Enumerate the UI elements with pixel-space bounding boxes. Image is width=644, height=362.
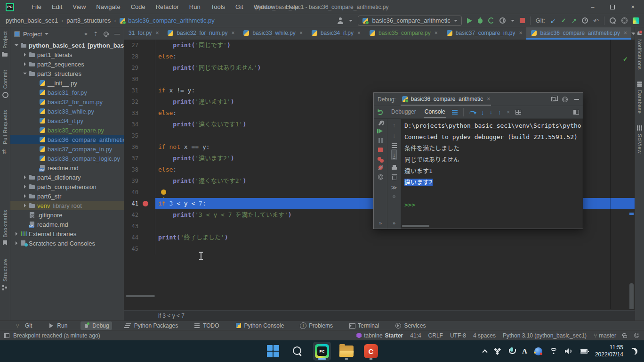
tree-row[interactable]: basic32_for_num.py — [10, 97, 124, 107]
rerun-icon[interactable] — [378, 110, 383, 115]
pause-program-icon[interactable] — [378, 138, 383, 143]
toolwindow-bar-item[interactable]: Run — [45, 321, 70, 330]
toolwindow-bar-item[interactable]: TODO — [191, 321, 222, 330]
toolwindow-stripe-item[interactable]: SciView — [636, 125, 643, 154]
toolwindow-bar-item[interactable]: Debug — [80, 321, 112, 330]
force-step-into-icon[interactable]: ↓ — [490, 110, 492, 115]
debug-gear-icon[interactable] — [378, 174, 383, 180]
caret-position[interactable]: 41:4 — [410, 332, 421, 339]
editor-gutter[interactable]: 40 — [124, 187, 155, 198]
tree-chevron-icon[interactable] — [22, 62, 28, 66]
run-configuration-select[interactable]: basic36_compare_arithmetic — [358, 16, 461, 26]
git-update-icon[interactable]: ↙ — [550, 17, 556, 24]
resume-program-icon[interactable] — [378, 129, 383, 133]
tree-row[interactable]: part6_str — [10, 191, 124, 201]
editor-tab[interactable]: basic37_compare_in.py × — [442, 27, 527, 40]
volume-icon[interactable] — [565, 348, 573, 354]
tree-chevron-icon[interactable] — [22, 185, 28, 189]
editor-gutter[interactable]: 39 — [124, 175, 155, 187]
tree-chevron-icon[interactable] — [13, 44, 20, 46]
code-text[interactable]: print('終了しました') — [155, 232, 635, 243]
step-out-icon[interactable]: ↑ — [498, 109, 501, 115]
toolwindow-stripe-item[interactable]: Database — [636, 81, 643, 114]
ide-features-trainer-icon[interactable] — [633, 17, 639, 24]
inspections-ok-icon[interactable]: ✓ — [623, 56, 628, 63]
editor-gutter[interactable]: 34 — [124, 119, 155, 130]
step-over-icon[interactable] — [469, 111, 475, 114]
tree-chevron-icon[interactable] — [22, 53, 28, 57]
code-text[interactable]: print('同じです') — [155, 40, 635, 51]
code-text[interactable] — [155, 243, 635, 255]
tree-row[interactable]: basic35_compare.py — [10, 125, 124, 135]
editor-tab[interactable]: basic32_for_num.py × — [163, 27, 239, 40]
view-as-table-icon[interactable] — [515, 110, 521, 115]
editor-gutter[interactable]: 41 — [124, 198, 155, 209]
more-actions-icon[interactable]: » — [379, 220, 382, 226]
project-settings-gear-icon[interactable] — [104, 32, 109, 37]
menu-item[interactable]: Navigate — [92, 2, 124, 12]
toolwindow-toggle-icon[interactable] — [4, 333, 9, 338]
console-hscrollbar-thumb[interactable] — [402, 225, 429, 227]
tree-chevron-icon[interactable] — [13, 241, 20, 245]
tree-row[interactable]: basic34_if.py — [10, 116, 124, 125]
toolwindow-bar-item[interactable]: Services — [392, 321, 428, 330]
tree-row[interactable]: .gitignore — [10, 210, 124, 220]
profiler-button[interactable] — [499, 17, 506, 24]
run-button[interactable] — [467, 18, 472, 24]
editor-tab[interactable]: 31_for.py × — [124, 27, 163, 40]
intention-bulb-icon[interactable] — [161, 189, 166, 195]
tree-row[interactable]: basic33_while.py — [10, 107, 124, 116]
code-text[interactable]: print('同じではありません') — [155, 62, 635, 74]
toolwindow-bar-item[interactable]: Python Packages — [122, 321, 181, 330]
debug-session-tab[interactable]: basic36_compare_arithmetic × — [401, 93, 491, 106]
editor-tab[interactable]: basic34_if.py × — [307, 27, 365, 40]
python-interpreter[interactable]: Python 3.10 (python_basic_sec1) — [503, 332, 587, 339]
menu-item[interactable]: Code — [127, 2, 150, 12]
taskbar-explorer-button[interactable] — [338, 342, 355, 361]
toolwindow-stripe-item[interactable]: Bookmarks — [2, 210, 8, 247]
tree-row[interactable]: venv library root — [10, 201, 124, 210]
history-icon[interactable] — [582, 17, 588, 24]
dropbox-icon[interactable] — [494, 348, 501, 354]
code-text[interactable]: else: — [155, 51, 635, 62]
collapse-all-icon[interactable]: ⇡ — [93, 31, 98, 37]
menu-item[interactable]: Edit — [48, 2, 66, 12]
debug-settings-gear-icon[interactable] — [562, 97, 568, 102]
git-branch-widget[interactable]: ⑂ master — [594, 332, 616, 339]
breadcrumb-file[interactable]: basic36_compare_arithmetic.py — [119, 17, 215, 24]
menu-item[interactable]: File — [27, 2, 46, 12]
git-commit-icon[interactable]: ✓ — [561, 17, 566, 24]
focus-assist-moon-icon[interactable] — [630, 348, 637, 355]
toolwindow-bar-item[interactable]: Python Console — [233, 321, 287, 330]
battery-charging-icon[interactable] — [580, 349, 588, 354]
close-tab-icon[interactable]: × — [155, 30, 159, 36]
menu-item[interactable]: Git — [231, 2, 248, 12]
toolwindow-stripe-item[interactable]: Structure — [2, 259, 8, 290]
clear-console-icon[interactable] — [392, 176, 396, 180]
tab-list-chevron-icon[interactable] — [631, 33, 635, 35]
debug-settings-wrench-icon[interactable] — [378, 121, 383, 126]
clock-widget[interactable]: 11:55 2022/07/14 — [595, 344, 623, 358]
git-push-icon[interactable]: ↗ — [572, 17, 577, 24]
editor-gutter[interactable]: 28 — [124, 51, 155, 62]
breadcrumb-package[interactable]: part3_structures — [66, 17, 111, 24]
close-tab-icon[interactable]: × — [435, 30, 438, 36]
print-icon[interactable] — [392, 167, 397, 170]
close-tab-icon[interactable]: × — [357, 30, 361, 36]
restore-panel-icon[interactable] — [551, 97, 555, 101]
rollback-icon[interactable]: ↶ — [593, 17, 599, 24]
breadcrumb-project[interactable]: python_basic_sec1 — [6, 17, 58, 24]
editor-gutter[interactable]: 33 — [124, 107, 155, 119]
close-session-icon[interactable]: × — [487, 96, 490, 102]
close-tab-icon[interactable]: × — [519, 30, 522, 36]
tree-row[interactable]: part2_sequences — [10, 59, 124, 69]
layout-settings-icon[interactable] — [573, 110, 579, 115]
editor-tab[interactable]: basic33_while.py × — [239, 27, 306, 40]
up-stack-icon[interactable]: ↑ — [393, 123, 395, 128]
editor-gutter[interactable]: 42 — [124, 209, 155, 221]
mute-breakpoints-icon[interactable] — [378, 165, 383, 170]
view-breakpoints-icon[interactable] — [378, 157, 381, 161]
line-ending[interactable]: CRLF — [428, 332, 443, 339]
close-tab-icon[interactable]: × — [231, 30, 234, 36]
tree-row[interactable]: readme.md — [10, 220, 124, 229]
